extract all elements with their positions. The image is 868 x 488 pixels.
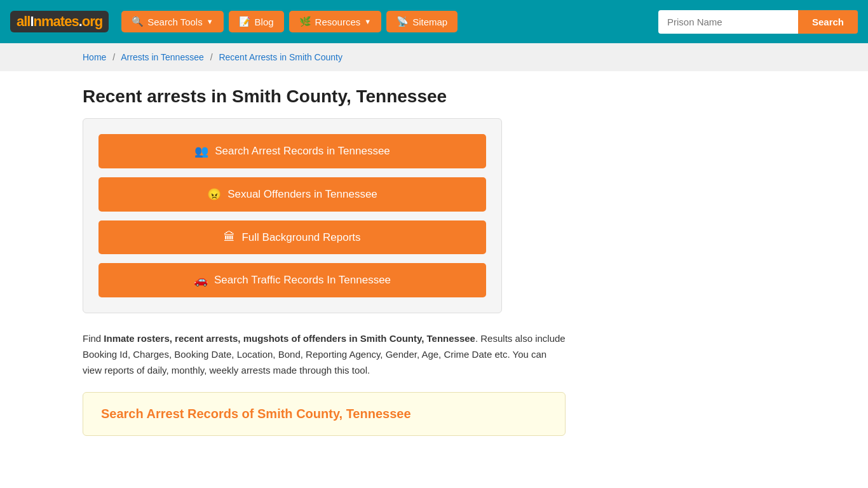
- chevron-down-icon-2: ▼: [364, 18, 371, 25]
- chevron-down-icon: ▼: [207, 18, 214, 25]
- prison-search-bar: Search: [658, 10, 858, 34]
- search-arrest-section: Search Arrest Records of Smith County, T…: [83, 392, 566, 436]
- prison-search-button[interactable]: Search: [798, 10, 858, 34]
- car-icon: 🚗: [194, 273, 208, 287]
- people-icon: 👥: [194, 144, 208, 158]
- logo[interactable]: allInmates.org: [10, 11, 109, 32]
- breadcrumb-arrests-tn[interactable]: Arrests in Tennessee: [121, 52, 203, 62]
- traffic-records-label: Search Traffic Records In Tennessee: [214, 274, 391, 287]
- building-icon: 🏛: [224, 231, 235, 244]
- search-tools-button[interactable]: 🔍 Search Tools ▼: [121, 11, 223, 32]
- main-content: Recent arrests in Smith County, Tennesse…: [0, 71, 868, 451]
- search-tools-label: Search Tools: [147, 17, 202, 27]
- resources-label: Resources: [315, 17, 361, 27]
- sitemap-label: Sitemap: [412, 17, 447, 27]
- description-bold: Inmate rosters, recent arrests, mugshots…: [104, 333, 475, 344]
- breadcrumb-current[interactable]: Recent Arrests in Smith County: [219, 52, 342, 62]
- traffic-records-button[interactable]: 🚗 Search Traffic Records In Tennessee: [98, 263, 486, 297]
- navbar: allInmates.org 🔍 Search Tools ▼ 📝 Blog 🌿…: [0, 0, 868, 43]
- background-reports-label: Full Background Reports: [241, 231, 360, 244]
- sitemap-icon: 📡: [397, 16, 409, 27]
- sitemap-button[interactable]: 📡 Sitemap: [386, 11, 458, 32]
- sexual-offenders-label: Sexual Offenders in Tennessee: [227, 188, 377, 201]
- search-tools-icon: 🔍: [132, 16, 144, 27]
- blog-label: Blog: [255, 17, 274, 27]
- breadcrumb-sep-1: /: [112, 52, 115, 62]
- search-arrest-records-button[interactable]: 👥 Search Arrest Records in Tennessee: [98, 134, 486, 168]
- page-title: Recent arrests in Smith County, Tennesse…: [83, 86, 785, 107]
- description-text: Find Inmate rosters, recent arrests, mug…: [83, 331, 566, 378]
- search-arrest-label: Search Arrest Records in Tennessee: [215, 145, 390, 158]
- breadcrumb-home[interactable]: Home: [83, 52, 106, 62]
- prison-name-input[interactable]: [658, 10, 798, 34]
- background-reports-button[interactable]: 🏛 Full Background Reports: [98, 220, 486, 254]
- sexual-offenders-button[interactable]: 😠 Sexual Offenders in Tennessee: [98, 177, 486, 212]
- resources-button[interactable]: 🌿 Resources ▼: [289, 11, 382, 32]
- blog-icon: 📝: [239, 16, 251, 27]
- search-section-title: Search Arrest Records of Smith County, T…: [101, 407, 547, 421]
- action-buttons-card: 👥 Search Arrest Records in Tennessee 😠 S…: [83, 118, 502, 313]
- offender-icon: 😠: [207, 187, 221, 201]
- breadcrumb: Home / Arrests in Tennessee / Recent Arr…: [0, 43, 868, 71]
- breadcrumb-sep-2: /: [210, 52, 213, 62]
- resources-icon: 🌿: [299, 16, 311, 27]
- blog-button[interactable]: 📝 Blog: [229, 11, 284, 32]
